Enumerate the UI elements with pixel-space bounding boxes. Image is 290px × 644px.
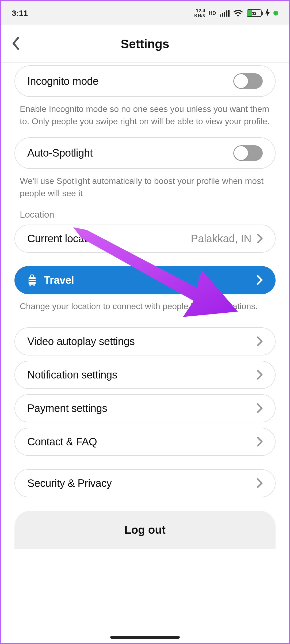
auto-spotlight-toggle[interactable] (233, 145, 263, 161)
back-button[interactable] (12, 37, 20, 51)
chevron-right-icon (257, 437, 263, 446)
signal-icon (220, 10, 230, 17)
svg-rect-1 (30, 275, 34, 277)
travel-row[interactable]: Travel (14, 266, 276, 294)
status-time: 3:11 (12, 9, 28, 18)
current-location-label: Current location (27, 233, 101, 245)
privacy-indicator-dot (273, 11, 278, 16)
security-privacy-row[interactable]: Security & Privacy (14, 469, 276, 497)
network-speed: 12.4 KB/s (194, 8, 205, 18)
charging-icon (265, 9, 270, 17)
auto-spotlight-row[interactable]: Auto-Spotlight (14, 137, 276, 169)
svg-rect-3 (29, 281, 36, 282)
chevron-right-icon (257, 403, 263, 413)
contact-faq-row[interactable]: Contact & FAQ (14, 428, 276, 456)
svg-point-5 (33, 285, 35, 286)
notification-settings-row[interactable]: Notification settings (14, 361, 276, 389)
chevron-right-icon (257, 336, 263, 346)
header: Settings (1, 25, 289, 63)
location-section-label: Location (14, 209, 276, 225)
travel-desc: Change your location to connect with peo… (14, 294, 276, 322)
home-indicator[interactable] (110, 636, 180, 639)
wifi-icon (233, 9, 243, 17)
notification-settings-label: Notification settings (27, 369, 117, 381)
contact-faq-label: Contact & FAQ (27, 436, 97, 448)
auto-spotlight-label: Auto-Spotlight (27, 147, 93, 159)
incognito-desc: Enable Incognito mode so no one sees you… (14, 97, 276, 137)
payment-settings-row[interactable]: Payment settings (14, 394, 276, 422)
logout-button[interactable]: Log out (14, 511, 276, 549)
security-privacy-label: Security & Privacy (27, 477, 112, 489)
incognito-row[interactable]: Incognito mode (14, 65, 276, 97)
chevron-left-icon (12, 37, 20, 50)
incognito-toggle[interactable] (233, 73, 263, 89)
hd-indicator: HD (209, 10, 216, 16)
status-right: 12.4 KB/s HD 32 (194, 8, 278, 18)
video-autoplay-row[interactable]: Video autoplay settings (14, 327, 276, 355)
battery-icon: 32 (247, 9, 262, 17)
incognito-label: Incognito mode (27, 75, 99, 87)
svg-rect-2 (29, 279, 36, 280)
chevron-right-icon (257, 234, 263, 243)
chevron-right-icon (257, 478, 263, 488)
current-location-value: Palakkad, IN (191, 233, 251, 245)
svg-rect-0 (29, 277, 36, 285)
svg-point-4 (29, 285, 30, 286)
auto-spotlight-desc: We'll use Spotlight automatically to boo… (14, 169, 276, 209)
current-location-row[interactable]: Current location Palakkad, IN (14, 225, 276, 253)
payment-settings-label: Payment settings (27, 402, 107, 414)
luggage-icon (27, 274, 37, 286)
chevron-right-icon (257, 275, 263, 285)
page-title: Settings (121, 37, 169, 51)
video-autoplay-label: Video autoplay settings (27, 335, 135, 347)
chevron-right-icon (257, 370, 263, 380)
travel-label: Travel (44, 274, 74, 286)
status-bar: 3:11 12.4 KB/s HD 32 (1, 1, 289, 25)
